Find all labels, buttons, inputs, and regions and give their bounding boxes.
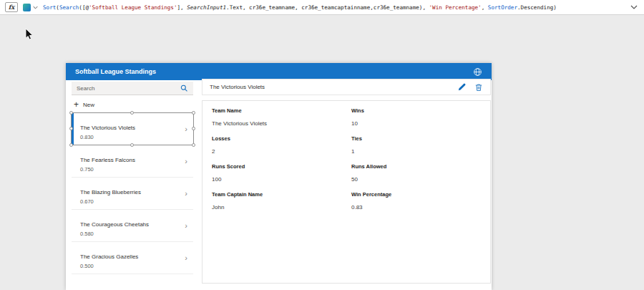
team-win-pct: 0.500	[80, 263, 94, 269]
formula-input[interactable]: Sort(Search([@'Softball League Standings…	[43, 4, 623, 11]
field-value: 100	[212, 177, 351, 183]
app-header: Softball League Standings	[66, 63, 492, 80]
field-label: Team Captain Name	[212, 192, 351, 198]
field-value: 10	[351, 121, 490, 127]
field-label: Runs Scored	[212, 164, 351, 170]
field-label: Team Name	[212, 108, 351, 114]
edit-icon[interactable]	[457, 83, 466, 92]
team-win-pct: 0.830	[80, 134, 94, 140]
chevron-right-icon[interactable]: ›	[185, 157, 187, 165]
team-name: The Courageous Cheetahs	[80, 221, 149, 228]
selection-handle[interactable]	[192, 127, 195, 130]
chevron-right-icon[interactable]: ›	[185, 221, 187, 230]
form-field: Wins 10	[351, 108, 490, 136]
plus-icon: +	[74, 100, 79, 109]
chevron-down-icon	[33, 6, 38, 9]
control-icon	[23, 4, 31, 11]
power-apps-studio: fx Sort(Search([@'Softball League Standi…	[0, 0, 644, 290]
gallery-item-selected[interactable]: The Victorious Violets 0.830 ›	[72, 113, 193, 145]
mouse-cursor	[25, 28, 35, 41]
globe-icon[interactable]	[473, 67, 482, 77]
field-value: 2	[212, 149, 351, 155]
form-field: Team Captain Name John	[212, 192, 351, 220]
team-win-pct: 0.750	[80, 166, 94, 173]
selection-handle[interactable]	[69, 143, 73, 147]
detail-title: The Victorious Violets	[210, 84, 449, 90]
new-button[interactable]: + New	[74, 99, 94, 110]
form-field: Win Percentage 0.83	[351, 192, 490, 220]
team-win-pct: 0.670	[80, 198, 94, 205]
form-field: Runs Allowed 50	[351, 164, 490, 192]
property-picker[interactable]	[23, 4, 38, 11]
selection-handle[interactable]	[192, 111, 195, 115]
field-value: John	[212, 205, 351, 211]
form-field: Team Name The Victorious Violets	[212, 108, 351, 136]
gallery-item[interactable]: The Blazing Blueberries 0.670 ›	[72, 178, 193, 210]
app-canvas: Softball League Standings Search	[66, 63, 492, 290]
field-value: 50	[351, 177, 490, 183]
field-value: 0.83	[351, 205, 490, 211]
formula-expand-chevron-icon[interactable]	[630, 5, 638, 9]
delete-icon[interactable]	[474, 83, 483, 92]
chevron-right-icon[interactable]: ›	[185, 253, 187, 262]
team-name: The Gracious Gazelles	[80, 253, 138, 260]
formula-bar: fx Sort(Search([@'Softball League Standi…	[0, 0, 644, 15]
chevron-right-icon[interactable]: ›	[185, 189, 187, 198]
new-button-label: New	[83, 102, 94, 108]
search-icon	[180, 84, 188, 92]
gallery-item[interactable]: The Fearless Falcons 0.750 ›	[72, 145, 193, 178]
selection-handle[interactable]	[69, 127, 73, 130]
fx-label: fx	[9, 4, 15, 11]
field-label: Ties	[351, 136, 490, 142]
form-field: Losses 2	[212, 136, 351, 164]
form-field: Ties 1	[351, 136, 490, 164]
field-value: The Victorious Violets	[212, 121, 351, 127]
field-label: Win Percentage	[351, 192, 490, 198]
form-field: Runs Scored 100	[212, 164, 351, 192]
team-gallery: The Victorious Violets 0.830 › The Fearl…	[72, 113, 193, 274]
selection-handle[interactable]	[69, 111, 73, 115]
selection-handle[interactable]	[130, 111, 134, 115]
team-name: The Blazing Blueberries	[80, 189, 141, 195]
search-input[interactable]: Search	[72, 82, 193, 95]
search-placeholder: Search	[77, 85, 180, 92]
gallery-item[interactable]: The Gracious Gazelles 0.500 ›	[72, 242, 193, 274]
team-win-pct: 0.580	[80, 231, 94, 237]
chevron-right-icon[interactable]: ›	[185, 125, 187, 133]
team-name: The Victorious Violets	[80, 125, 135, 131]
gallery-item[interactable]: The Courageous Cheetahs 0.580 ›	[72, 210, 193, 242]
field-label: Wins	[351, 108, 490, 114]
field-value: 1	[351, 149, 490, 155]
selection-handle[interactable]	[192, 143, 195, 147]
detail-form: Team Name The Victorious Violets Wins 10…	[202, 100, 491, 284]
app-title: Softball League Standings	[75, 68, 473, 75]
team-name: The Fearless Falcons	[80, 157, 135, 163]
fx-icon[interactable]: fx	[5, 2, 18, 12]
detail-title-bar: The Victorious Violets	[202, 79, 491, 95]
field-label: Losses	[212, 136, 351, 142]
field-label: Runs Allowed	[351, 164, 490, 170]
selection-handle[interactable]	[130, 143, 134, 147]
